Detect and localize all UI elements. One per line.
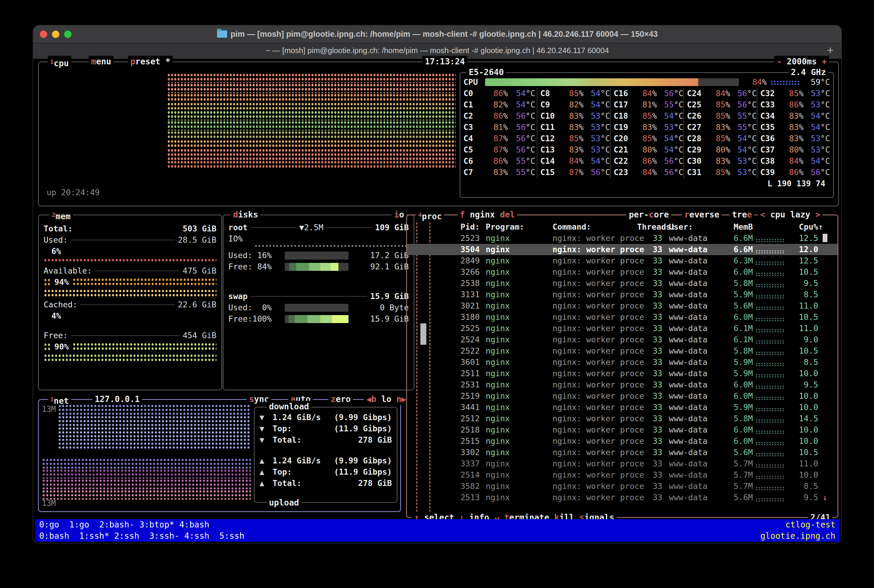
proc-row[interactable]: 3180nginxnginx: worker proce33www-data6.…: [407, 312, 838, 323]
cpu-freq-graph: [770, 80, 801, 86]
interval-minus-button[interactable]: -: [777, 57, 782, 66]
io-tab[interactable]: io: [391, 209, 406, 221]
scroll-down-indicator[interactable]: ↓: [822, 493, 827, 502]
proc-row[interactable]: 2531nginxnginx: worker proce33www-data6.…: [407, 379, 838, 390]
net-address: 127.0.0.1: [92, 393, 142, 405]
scroll-up-indicator[interactable]: ↑: [818, 221, 832, 232]
tmux-windows-2[interactable]: 0:bash 1:ssh* 2:ssh 3:ssh- 4:ssh 5:ssh: [39, 531, 244, 541]
new-tab-button[interactable]: +: [827, 44, 833, 57]
net-scale-top: 13M: [42, 404, 56, 415]
cpu-history-graph: [167, 73, 456, 192]
net-interface-switch[interactable]: ◀b lo n▶: [364, 393, 409, 405]
proc-row[interactable]: 2518nginxnginx: worker proce33www-data6.…: [407, 424, 838, 435]
proc-cpu-minigraph: [755, 441, 785, 445]
disk-root-row: root▼2.5M109 GiB: [228, 222, 409, 233]
proc-row[interactable]: 2524nginxnginx: worker proce33www-data6.…: [407, 334, 838, 345]
interval-plus-button[interactable]: +: [822, 57, 827, 66]
proc-row[interactable]: 2522nginxnginx: worker proce33www-data5.…: [407, 345, 838, 357]
core-cell: C3285%53°C: [757, 88, 830, 99]
mem-used-pct: 6%: [44, 246, 217, 257]
proc-row[interactable]: 3582nginxnginx: worker proce33www-data5.…: [407, 481, 838, 492]
core-cell: C3583%54°C: [757, 122, 830, 133]
proc-row[interactable]: 2849nginxnginx: worker proce33www-data6.…: [407, 255, 838, 266]
core-cell: C1183%53°C: [537, 122, 610, 133]
menu-button[interactable]: menu: [89, 56, 113, 68]
proc-row[interactable]: 3441nginxnginx: worker proce33www-data5.…: [407, 402, 838, 413]
disks-tab[interactable]: disks: [231, 209, 260, 221]
proc-cpu-minigraph: [755, 408, 785, 411]
core-row: C783%55°CC1587%56°CC2384%56°CC3185%53°CC…: [460, 167, 833, 178]
disks-box: disks io root▼2.5M109 GiB IO% Used: 16%1…: [223, 214, 414, 390]
update-interval: - 2000ms +: [774, 56, 829, 68]
cpu-tab[interactable]: 1cpu: [48, 56, 71, 69]
disk-swap-free-bar: [285, 315, 349, 323]
proc-cpu-minigraph: [755, 340, 785, 344]
proc-row[interactable]: 2511nginxnginx: worker proce33www-data5.…: [407, 368, 838, 379]
core-cell: C3884%54°C: [757, 156, 830, 167]
proc-table: 2523nginxnginx: worker proce33www-data6.…: [407, 232, 838, 503]
core-table: C086%54°CC885%54°CC1684%56°CC2484%56°CC3…: [460, 88, 833, 178]
cpu-box: 1cpu menu preset * 17:13:24 - 2000ms +: [38, 62, 839, 207]
proc-tab[interactable]: 4proc: [416, 209, 444, 222]
proc-cpu-minigraph: [755, 250, 785, 254]
proc-row[interactable]: 3601nginxnginx: worker proce33www-data5.…: [407, 357, 838, 368]
core-cell: C3483%54°C: [757, 110, 830, 122]
proc-row[interactable]: 2523nginxnginx: worker proce33www-data6.…: [407, 232, 838, 244]
core-cell: C2783%55°C: [683, 122, 757, 133]
proc-cpu-minigraph: [755, 453, 785, 457]
preset-button[interactable]: preset *: [128, 56, 173, 68]
tmux-windows-1[interactable]: 0:go 1:go 2:bash- 3:btop* 4:bash: [39, 520, 209, 530]
per-core-button[interactable]: per-core: [626, 209, 671, 221]
core-row: C182%54°CC982%54°CC1781%55°CC2585%56°CC3…: [460, 99, 833, 110]
core-cell: C1083%53°C: [537, 110, 610, 122]
proc-cpu-minigraph: [755, 475, 785, 479]
proc-row[interactable]: 3337nginxnginx: worker proce33www-data5.…: [407, 458, 838, 470]
core-cell: C2585%56°C: [683, 99, 757, 110]
proc-row[interactable]: 2514nginxnginx: worker proce33www-data5.…: [407, 470, 838, 481]
net-zero-button[interactable]: zero: [328, 393, 353, 405]
mem-cached-row: Cached:22.6 GiB: [44, 299, 217, 310]
proc-row[interactable]: 2513nginxnginx: worker proce33www-data5.…: [407, 492, 838, 503]
core-cell: C2484%56°C: [683, 88, 757, 99]
proc-row[interactable]: 2525nginxnginx: worker proce33www-data6.…: [407, 323, 838, 334]
core-cell: C286%56°C: [463, 110, 537, 122]
proc-cpu-minigraph: [755, 351, 785, 355]
proc-row[interactable]: 3504nginxnginx: worker proce33www-data6.…: [407, 244, 838, 255]
core-cell: C885%54°C: [537, 88, 610, 99]
cpu-frequency: 2.4 GHz: [788, 66, 828, 78]
sort-selector[interactable]: < cpu lazy >: [758, 209, 823, 221]
terminal-window: pim — [mosh] pim@glootie.ipng.ch: /home/…: [33, 26, 841, 543]
proc-row[interactable]: 2538nginxnginx: worker proce33www-data5.…: [407, 278, 838, 289]
mem-available-graph: [44, 289, 217, 298]
mem-available-meter: 94%: [44, 276, 217, 288]
proc-row[interactable]: 3131nginxnginx: worker proce33www-data5.…: [407, 289, 838, 300]
proc-row[interactable]: 2515nginxnginx: worker proce33www-data6.…: [407, 435, 838, 447]
core-cell: C2085%54°C: [610, 133, 683, 144]
core-cell: C1285%53°C: [537, 133, 610, 144]
proc-row[interactable]: 3302nginxnginx: worker proce33www-data5.…: [407, 447, 838, 458]
net-box: 3net 127.0.0.1 sync auto zero ◀b lo n▶ 1…: [38, 399, 401, 512]
clock: 17:13:24: [423, 56, 467, 68]
proc-row[interactable]: 2519nginxnginx: worker proce33www-data6.…: [407, 390, 838, 402]
core-cell: C1587%56°C: [537, 167, 610, 178]
disk-swap-row: swap15.9 GiB: [228, 291, 409, 302]
core-cell: C2286%56°C: [610, 156, 683, 167]
mem-tab[interactable]: 2mem: [50, 209, 73, 222]
reverse-button[interactable]: reverse: [682, 209, 722, 221]
core-cell: C1484%54°C: [537, 156, 610, 167]
proc-row[interactable]: 3266nginxnginx: worker proce33www-data6.…: [407, 266, 838, 278]
mem-free-meter: 90%: [44, 341, 217, 352]
titlebar: pim — [mosh] pim@glootie.ipng.ch: /home/…: [33, 26, 841, 43]
core-row: C587%56°CC1383%53°CC2180%54°CC2980%54°CC…: [460, 144, 833, 156]
proc-row[interactable]: 2512nginxnginx: worker proce33www-data5.…: [407, 413, 838, 424]
proc-filter[interactable]: f nginx del: [457, 209, 517, 221]
scrollbar-thumb[interactable]: [823, 234, 827, 242]
proc-row[interactable]: 3021nginxnginx: worker proce33www-data5.…: [407, 300, 838, 312]
tree-button[interactable]: tree: [730, 209, 754, 221]
proc-cpu-minigraph: [755, 396, 785, 400]
proc-cpu-minigraph: [755, 329, 785, 333]
core-cell: C2885%54°C: [683, 133, 757, 144]
load-average: L 190 139 74: [460, 178, 833, 189]
disk-swap-used-bar: [285, 304, 349, 312]
cpu-total-bar: [485, 78, 739, 86]
